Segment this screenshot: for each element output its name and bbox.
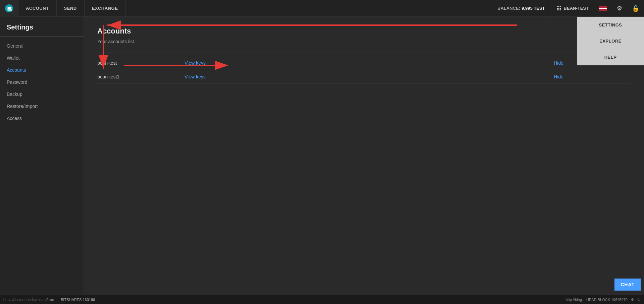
logo-area[interactable] [0,0,18,17]
account-viewkeys-1[interactable]: View keys [185,74,206,79]
block-indicator: ① [637,297,641,302]
account-row-0: bean-test View keys Hide [97,56,631,70]
bitshares-logo [4,3,14,13]
sidebar-item-backup[interactable]: Backup [0,88,84,100]
account-viewkeys-0[interactable]: View keys [185,60,206,66]
sidebar: Settings General Wallet Accounts Passwor… [0,17,84,295]
dropdown-menu: SETTINGS EXPLORE HELP [577,17,644,65]
balance-label: BALANCE: [497,6,520,11]
balance-area: BALANCE: 9,995 TEST [491,0,551,16]
gear-icon: ⚙ [617,5,622,12]
sidebar-item-access[interactable]: Access [0,112,84,124]
account-name-1: bean-test1 [97,74,185,79]
status-right: http://blog. HEAD BLOCK 19645970 ⊘ ① [566,297,644,302]
top-nav: ACCOUNT SEND EXCHANGE BALANCE: 9,995 TES… [0,0,644,17]
nav-links: ACCOUNT SEND EXCHANGE [18,0,126,16]
account-name-0: bean-test [97,60,185,66]
nav-send[interactable]: SEND [57,0,85,16]
balance-value: 9,995 TEST [522,6,545,11]
dropdown-settings[interactable]: SETTINGS [577,17,644,33]
sidebar-item-restore[interactable]: Restore/Import [0,100,84,112]
content-subtitle: Your accounts list. [97,39,631,44]
dropdown-help[interactable]: HELP [577,49,644,65]
status-bar: https://testnet.bitshares.eu/true BITSHA… [0,295,644,304]
content-area: Accounts Your accounts list. bean-test V… [84,17,644,295]
content-title: Accounts [97,27,631,36]
account-row-1: bean-test1 View keys Hide [97,70,631,84]
sidebar-item-password[interactable]: Password [0,76,84,88]
blog-url: http://blog. [566,298,583,302]
sidebar-item-general[interactable]: General [0,40,84,52]
head-block-label: HEAD BLOCK 19645970 [586,298,628,302]
sidebar-title: Settings [0,23,84,37]
chat-button[interactable]: CHAT [614,279,641,291]
language-flag[interactable] [594,0,612,16]
accounts-divider [97,53,631,53]
lock-button[interactable]: 🔒 [627,0,644,16]
sync-icon: ⊘ [631,297,634,302]
settings-gear-button[interactable]: ⚙ [612,0,627,16]
sidebar-item-accounts[interactable]: Accounts [0,64,84,76]
nav-right: BALANCE: 9,995 TEST BEAN-TEST ⚙ 🔒 [491,0,644,16]
dropdown-explore[interactable]: EXPLORE [577,33,644,49]
nav-account[interactable]: ACCOUNT [18,0,57,16]
status-url: https://testnet.bitshares.eu/true [0,298,57,302]
lock-icon: 🔒 [632,5,639,12]
main-content: Settings General Wallet Accounts Passwor… [0,17,644,295]
nav-exchange[interactable]: EXCHANGE [85,0,126,16]
status-bitshares: BITSHARES 160196 [57,298,98,302]
username-label: BEAN-TEST [564,6,589,11]
grid-icon [557,6,561,11]
us-flag-icon [599,6,607,11]
sidebar-item-wallet[interactable]: Wallet [0,52,84,64]
account-hide-1[interactable]: Hide [554,74,563,79]
account-hide-0[interactable]: Hide [554,60,563,66]
user-menu-button[interactable]: BEAN-TEST [551,0,594,16]
